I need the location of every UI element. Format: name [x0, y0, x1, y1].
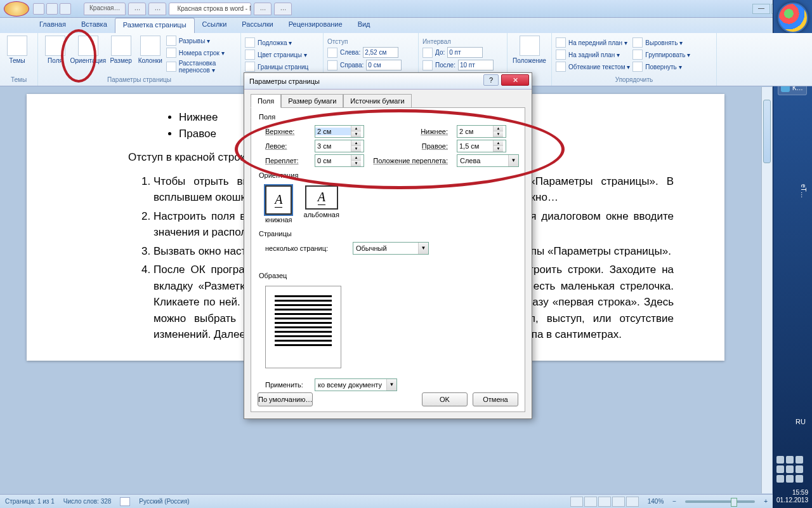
scrollbar-thumb[interactable] [763, 100, 771, 163]
gutter-pos-combo[interactable]: Слева▼ [457, 154, 519, 167]
themes-icon [7, 36, 27, 56]
text-wrap-button[interactable]: Обтекание текстом ▾ [556, 61, 630, 72]
left-margin-label: Левое: [265, 142, 310, 150]
tab-insert[interactable]: Вставка [74, 18, 115, 33]
zoom-percent[interactable]: 140% [648, 498, 664, 505]
tab-page-layout[interactable]: Разметка страницы [115, 18, 195, 33]
browser-tab[interactable]: … [148, 3, 166, 15]
columns-button[interactable]: Колонки [137, 34, 164, 75]
window-title: Красная строка в word - Microsoft Word [177, 5, 251, 12]
vertical-scrollbar[interactable] [761, 87, 772, 493]
bring-front-button[interactable]: На передний план ▾ [556, 37, 630, 48]
left-margin-input[interactable]: ▲▼ [315, 140, 364, 152]
tab-view[interactable]: Вид [350, 18, 378, 33]
start-button[interactable] [778, 3, 808, 33]
label: Справа: [340, 62, 363, 69]
qat-undo-icon[interactable] [46, 3, 58, 15]
line-numbers-button[interactable]: Номера строк ▾ [166, 47, 237, 58]
ok-button[interactable]: OK [422, 392, 468, 406]
rotate-button[interactable]: Повернуть ▾ [632, 61, 690, 72]
zoom-in-button[interactable]: + [764, 498, 768, 505]
clock[interactable]: 15:5901.12.2013 [776, 489, 808, 504]
view-outline[interactable] [612, 497, 625, 507]
default-button[interactable]: По умолчанию… [258, 392, 313, 406]
page-borders-button[interactable]: Границы страниц [245, 61, 319, 72]
send-back-button[interactable]: На задний план ▾ [556, 49, 630, 60]
orientation-portrait[interactable]: Aкнижная [265, 185, 292, 224]
label: Разрывы ▾ [179, 37, 210, 44]
tray-icon[interactable] [796, 456, 803, 464]
watermark-button[interactable]: Подложка ▾ [245, 37, 319, 48]
tray-icon[interactable] [786, 465, 794, 473]
hyphenation-button[interactable]: Расстановка переносов ▾ [166, 59, 237, 74]
view-full-screen[interactable] [584, 497, 597, 507]
label: Границы страниц [258, 64, 308, 70]
taskbar-item[interactable]: eT… [800, 184, 807, 198]
tray-icon[interactable] [776, 475, 784, 483]
apply-to-combo[interactable]: ко всему документу▼ [315, 378, 397, 391]
tray-icon[interactable] [796, 475, 803, 483]
multi-pages-combo[interactable]: Обычный▼ [353, 242, 429, 255]
language-indicator[interactable]: RU [796, 418, 806, 425]
dialog-tab-source[interactable]: Источник бумаги [343, 94, 411, 108]
zoom-out-button[interactable]: − [672, 498, 676, 505]
dialog-close-button[interactable]: ✕ [501, 74, 529, 86]
themes-button[interactable]: Темы [4, 34, 30, 75]
browser-tab[interactable]: … [274, 3, 292, 15]
status-language[interactable]: Русский (Россия) [139, 498, 189, 505]
bottom-margin-input[interactable]: ▲▼ [457, 125, 506, 138]
tray-icon[interactable] [776, 456, 784, 464]
position-button[interactable]: Положение [511, 34, 547, 75]
group-label: Упорядочить [556, 75, 712, 84]
dialog-tab-paper[interactable]: Размер бумаги [281, 94, 343, 108]
office-button[interactable] [4, 1, 29, 17]
cancel-button[interactable]: Отмена [473, 392, 518, 406]
qat-save-icon[interactable] [33, 3, 44, 15]
dialog-tab-margins[interactable]: Поля [251, 94, 281, 108]
view-draft[interactable] [626, 497, 639, 507]
group-button[interactable]: Группировать ▾ [632, 49, 690, 60]
margins-button[interactable]: Поля [42, 34, 69, 75]
tab-review[interactable]: Рецензирование [281, 18, 350, 33]
zoom-slider[interactable] [685, 500, 755, 503]
qat-redo-icon[interactable] [60, 3, 71, 15]
spacing-after-input[interactable]: 10 пт [458, 60, 494, 70]
size-button[interactable]: Размер [108, 34, 134, 75]
browser-tab[interactable]: … [128, 3, 146, 15]
spellcheck-icon[interactable] [120, 497, 130, 506]
status-page[interactable]: Страница: 1 из 1 [5, 498, 55, 505]
browser-tab[interactable]: … [254, 3, 272, 15]
status-words[interactable]: Число слов: 328 [63, 498, 112, 505]
label: альбомная [304, 211, 339, 218]
right-margin-input[interactable]: ▲▼ [457, 140, 506, 152]
browser-tab-active[interactable]: Красная строка в word - Microsoft Word [169, 3, 251, 15]
tray-icon[interactable] [786, 456, 794, 464]
orientation-button[interactable]: Ориентация [71, 34, 105, 75]
view-web-layout[interactable] [598, 497, 611, 507]
align-button[interactable]: Выровнять ▾ [632, 37, 690, 48]
tab-home[interactable]: Главная [32, 18, 74, 33]
page-color-button[interactable]: Цвет страницы ▾ [245, 49, 319, 60]
top-margin-input[interactable]: ▲▼ [315, 125, 364, 138]
system-tray[interactable] [776, 456, 807, 483]
align-icon [632, 37, 643, 48]
multi-pages-label: несколько страниц: [265, 244, 348, 252]
tray-icon[interactable] [776, 465, 784, 473]
orientation-landscape[interactable]: Aальбомная [304, 185, 339, 224]
spacing-before-input[interactable]: 0 пт [447, 47, 483, 58]
tray-icon[interactable] [786, 475, 794, 483]
wrap-icon [556, 62, 566, 72]
tab-references[interactable]: Ссылки [195, 18, 235, 33]
indent-right-input[interactable]: 0 см [366, 60, 402, 70]
dialog-titlebar[interactable]: Параметры страницы ? ✕ [244, 73, 532, 90]
browser-tab[interactable]: Красная… [84, 3, 126, 15]
gutter-input[interactable]: ▲▼ [315, 154, 364, 167]
indent-left-input[interactable]: 2,52 см [363, 47, 398, 58]
breaks-button[interactable]: Разрывы ▾ [166, 35, 237, 46]
view-print-layout[interactable] [570, 497, 583, 507]
tray-icon[interactable] [796, 465, 803, 473]
tab-mailings[interactable]: Рассылки [234, 18, 280, 33]
quick-access-toolbar [33, 3, 71, 15]
minimize-button[interactable]: — [752, 4, 770, 14]
dialog-help-button[interactable]: ? [483, 74, 499, 86]
